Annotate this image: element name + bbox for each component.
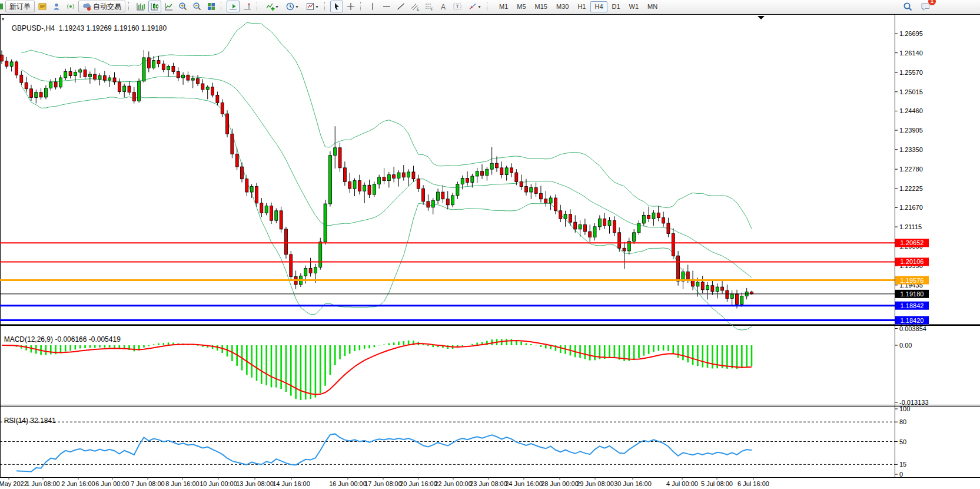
timeframe-m5[interactable]: M5 xyxy=(513,1,530,12)
text-tool-icon[interactable]: A xyxy=(437,1,450,12)
timeframe-group: M1M5M15M30H1H4D1W1MN xyxy=(495,1,662,12)
time-tick-label: 28 Jun 00:00 xyxy=(541,480,579,487)
chart-shift-marker xyxy=(758,16,765,19)
separator xyxy=(257,2,260,11)
price-tick-label: 1.24460 xyxy=(899,107,923,114)
rsi-pane xyxy=(0,422,895,471)
time-tick-label: 2 Jun 16:00 xyxy=(61,480,95,487)
new-order-label: 新订单 xyxy=(9,2,31,12)
separator xyxy=(128,2,131,11)
autotrading-label: 自动交易 xyxy=(93,2,121,12)
macd-tick-label: 0.003854 xyxy=(899,325,926,332)
time-tick-label: 14 Jun 16:00 xyxy=(273,480,310,487)
time-tick-label: 1 Jun 08:00 xyxy=(26,480,60,487)
timeframe-m15[interactable]: M15 xyxy=(531,1,552,12)
candlestick-chart-icon[interactable] xyxy=(148,1,161,12)
zoom-in-icon[interactable] xyxy=(177,1,190,12)
price-tick-label: 1.25015 xyxy=(899,88,923,95)
new-order-button[interactable]: 新订单 xyxy=(5,1,35,12)
time-tick-label: 16 Jun 00:00 xyxy=(329,480,367,487)
bollinger-lower-band xyxy=(21,86,752,330)
equidistant-channel-icon[interactable]: E xyxy=(408,1,421,12)
fibonacci-icon[interactable]: F xyxy=(423,1,436,12)
separator xyxy=(221,2,224,11)
macd-tick-label: 0.00 xyxy=(899,342,912,349)
autotrading-button[interactable]: 自动交易 xyxy=(78,1,125,12)
tile-windows-icon[interactable] xyxy=(205,1,218,12)
arrows-tool-icon[interactable]: ▾ xyxy=(465,1,484,12)
rsi-tick-label: 0 xyxy=(899,471,903,478)
time-tick-label: 23 Jun 08:00 xyxy=(470,480,507,487)
bar-chart-icon[interactable] xyxy=(134,1,147,12)
clipped-chart-icon[interactable] xyxy=(0,2,3,11)
time-tick-label: 7 Jun 08:00 xyxy=(131,480,165,487)
time-tick-label: 29 Jun 08:00 xyxy=(576,480,614,487)
time-tick-label: 5 Jul 08:00 xyxy=(701,480,733,487)
main-pane xyxy=(1,22,753,330)
time-tick-label: 8 Jun 16:00 xyxy=(165,480,200,487)
indicators-icon[interactable]: ▾ xyxy=(263,1,281,12)
market-watch-icon[interactable] xyxy=(36,1,49,12)
separator xyxy=(360,2,363,11)
timeframe-w1[interactable]: W1 xyxy=(625,1,643,12)
rsi-tick-label: 100 xyxy=(899,405,910,412)
svg-text:F: F xyxy=(431,7,433,11)
price-tick-label: 1.25570 xyxy=(899,69,923,76)
dropdown-caret-icon: ▾ xyxy=(478,4,480,9)
price-badge-label: 1.19180 xyxy=(901,290,924,298)
dropdown-caret-icon: ▾ xyxy=(275,4,278,9)
line-chart-icon[interactable] xyxy=(162,1,175,12)
data-window-icon[interactable] xyxy=(50,1,63,12)
timeframe-d1[interactable]: D1 xyxy=(608,1,624,12)
crosshair-icon[interactable] xyxy=(344,1,357,12)
notifications-icon[interactable]: 1 xyxy=(919,1,932,12)
timeframe-m30[interactable]: M30 xyxy=(552,1,573,12)
time-tick-label: 30 Jun 16:00 xyxy=(614,480,652,487)
time-tick-label: 31 May 2022 xyxy=(0,480,28,487)
macd-pane xyxy=(2,339,752,400)
rsi-line xyxy=(16,434,752,471)
dropdown-caret-icon: ▾ xyxy=(315,4,318,9)
trendline-icon[interactable] xyxy=(394,1,407,12)
price-tick-label: 1.21670 xyxy=(899,204,923,211)
rsi-tick-label: 15 xyxy=(899,461,906,468)
timeframe-mn[interactable]: MN xyxy=(643,1,662,12)
rsi-tick-label: 80 xyxy=(899,418,906,425)
price-tick-label: 1.26140 xyxy=(899,49,923,57)
auto-scroll-icon[interactable] xyxy=(227,1,240,12)
time-tick-label: 17 Jun 08:00 xyxy=(364,480,402,487)
text-label-icon[interactable]: T xyxy=(451,1,464,12)
dropdown-caret-icon: ▾ xyxy=(295,4,298,9)
timeframe-m1[interactable]: M1 xyxy=(495,1,512,12)
vertical-line-icon[interactable] xyxy=(366,1,379,12)
chart-area[interactable]: 1.266951.261401.255701.250151.244601.239… xyxy=(0,13,980,489)
price-badge-label: 1.20652 xyxy=(901,239,924,246)
separator xyxy=(324,2,327,11)
price-badge-label: 1.19576 xyxy=(901,277,924,284)
periods-icon[interactable]: ▾ xyxy=(283,1,301,12)
autotrading-icon xyxy=(82,2,91,11)
cursor-icon[interactable] xyxy=(330,1,343,12)
price-badge-label: 1.18420 xyxy=(901,317,924,324)
horizontal-line-icon[interactable] xyxy=(380,1,393,12)
bollinger-upper-band xyxy=(21,22,752,229)
time-tick-label: 6 Jun 00:00 xyxy=(95,480,129,487)
svg-text:A: A xyxy=(441,3,446,11)
time-tick-label: 10 Jun 00:00 xyxy=(200,480,237,487)
templates-icon[interactable]: ▾ xyxy=(303,1,321,12)
price-tick-label: 1.22780 xyxy=(899,166,923,173)
timeframe-h4[interactable]: H4 xyxy=(590,1,607,12)
search-icon[interactable] xyxy=(901,1,914,12)
time-tick-label: 22 Jun 00:00 xyxy=(434,480,472,487)
timeframe-h1[interactable]: H1 xyxy=(573,1,590,12)
chart-shift-icon[interactable] xyxy=(241,1,254,12)
price-tick-label: 1.21115 xyxy=(899,223,922,230)
zoom-out-icon[interactable] xyxy=(191,1,204,12)
signals-icon[interactable] xyxy=(64,1,77,12)
svg-text:E: E xyxy=(417,7,420,11)
price-tick-label: 1.22225 xyxy=(899,185,923,192)
candlestick-series xyxy=(1,50,753,309)
bollinger-middle-band xyxy=(21,70,752,278)
price-tick-label: 1.23350 xyxy=(899,146,923,153)
price-tick-label: 1.26695 xyxy=(899,30,923,37)
